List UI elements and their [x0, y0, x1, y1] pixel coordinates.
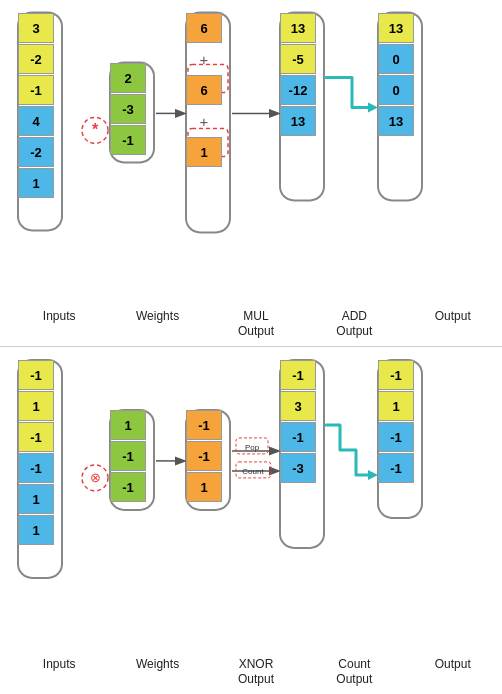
bottom-xnor-col: -1 -1 1 [186, 409, 222, 503]
top-weight-0: 2 [110, 63, 146, 93]
top-add-0: 13 [280, 13, 316, 43]
svg-text:⊗: ⊗ [90, 470, 101, 485]
svg-rect-22 [236, 438, 268, 454]
top-inputs-col: 3 -2 -1 4 -2 1 [18, 12, 54, 199]
bottom-xnor-2: 1 [186, 472, 222, 502]
top-out-0: 13 [378, 13, 414, 43]
bottom-out-2: -1 [378, 422, 414, 452]
svg-text:Count: Count [242, 467, 264, 476]
main-container: * 3 [0, 0, 502, 694]
top-add-col: 13 -5 -12 13 [280, 12, 316, 137]
bottom-count-2: -1 [280, 422, 316, 452]
bottom-input-4: 1 [18, 484, 54, 514]
top-input-5: 1 [18, 168, 54, 198]
bottom-labels-row: Inputs Weights XNOROutput CountOutput Ou… [0, 653, 502, 694]
top-input-1: -2 [18, 44, 54, 74]
svg-text:Pop: Pop [245, 443, 260, 452]
top-add-2: -12 [280, 75, 316, 105]
bottom-count-0: -1 [280, 360, 316, 390]
top-add-3: 13 [280, 106, 316, 136]
top-input-4: -2 [18, 137, 54, 167]
svg-marker-11 [368, 102, 378, 112]
bottom-weight-0: 1 [110, 410, 146, 440]
top-mul-1: 6 [186, 75, 222, 105]
bottom-xnor-1: -1 [186, 441, 222, 471]
top-out-1: 0 [378, 44, 414, 74]
bottom-input-2: -1 [18, 422, 54, 452]
top-labels-row: Inputs Weights MULOutput ADDOutput Outpu… [0, 305, 502, 346]
top-label-add: ADDOutput [324, 309, 384, 340]
top-weight-2: -1 [110, 125, 146, 155]
bottom-input-3: -1 [18, 453, 54, 483]
bottom-label-count: CountOutput [324, 657, 384, 688]
top-add-1: -5 [280, 44, 316, 74]
top-mul-2: 1 [186, 137, 222, 167]
bottom-out-1: 1 [378, 391, 414, 421]
bottom-label-xnor: XNOROutput [226, 657, 286, 688]
top-label-output: Output [423, 309, 483, 340]
top-mul-plus-1: + [186, 106, 222, 136]
top-mul-col: 6 + 6 + 1 [186, 12, 222, 168]
bottom-output-col: -1 1 -1 -1 [378, 359, 414, 484]
bottom-count-3: -3 [280, 453, 316, 483]
top-diagram: * 3 [0, 0, 502, 347]
top-output-col: 13 0 0 13 [378, 12, 414, 137]
top-out-2: 0 [378, 75, 414, 105]
top-weight-1: -3 [110, 94, 146, 124]
top-label-weights: Weights [128, 309, 188, 340]
bottom-input-0: -1 [18, 360, 54, 390]
svg-rect-24 [236, 462, 271, 478]
bottom-count-col: -1 3 -1 -3 [280, 359, 316, 484]
bottom-label-weights: Weights [128, 657, 188, 688]
top-diagram-content: * 3 [0, 0, 502, 305]
bottom-weight-1: -1 [110, 441, 146, 471]
bottom-inputs-col: -1 1 -1 -1 1 1 [18, 359, 54, 546]
top-weights-col: 2 -3 -1 [110, 62, 146, 156]
top-input-0: 3 [18, 13, 54, 43]
bottom-label-inputs: Inputs [29, 657, 89, 688]
bottom-input-1: 1 [18, 391, 54, 421]
svg-point-17 [82, 465, 108, 491]
top-label-inputs: Inputs [29, 309, 89, 340]
bottom-out-0: -1 [378, 360, 414, 390]
top-mul-plus-0: + [186, 44, 222, 74]
top-label-mul: MULOutput [226, 309, 286, 340]
bottom-input-5: 1 [18, 515, 54, 545]
top-input-3: 4 [18, 106, 54, 136]
bottom-xnor-0: -1 [186, 410, 222, 440]
top-out-3: 13 [378, 106, 414, 136]
svg-text:*: * [92, 121, 99, 138]
bottom-out-3: -1 [378, 453, 414, 483]
bottom-diagram: ⊗ Pop Count [0, 347, 502, 694]
bottom-diagram-content: ⊗ Pop Count [0, 347, 502, 653]
bottom-weight-2: -1 [110, 472, 146, 502]
top-mul-0: 6 [186, 13, 222, 43]
bottom-label-output: Output [423, 657, 483, 688]
svg-marker-26 [368, 470, 378, 480]
bottom-count-1: 3 [280, 391, 316, 421]
top-input-2: -1 [18, 75, 54, 105]
svg-point-7 [82, 117, 108, 143]
bottom-weights-col: 1 -1 -1 [110, 409, 146, 503]
